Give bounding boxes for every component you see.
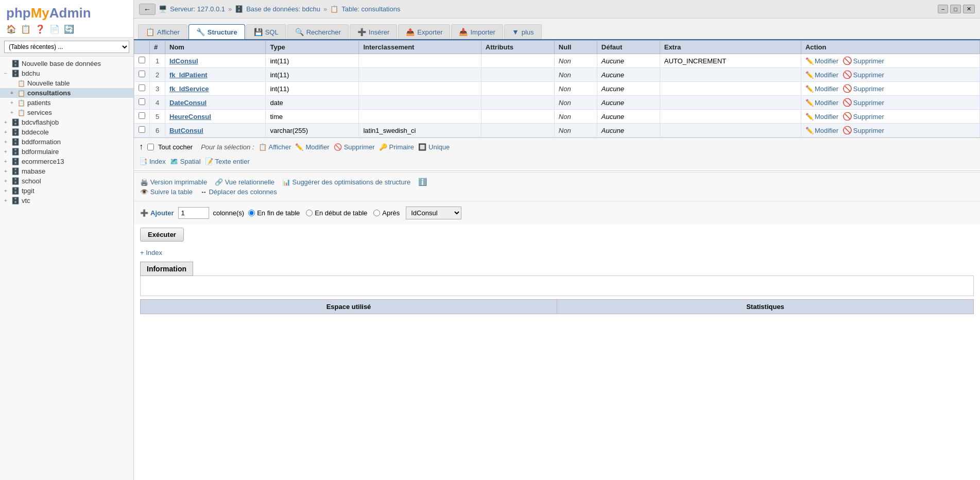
col-extra-ButConsul — [660, 124, 801, 138]
sidebar-item-patients[interactable]: +📋patients — [0, 98, 133, 108]
sidebar-item-nouvelle-table[interactable]: 📋Nouvelle table — [0, 78, 133, 88]
sidebar-item-services[interactable]: +📋services — [0, 108, 133, 117]
supprimer-link-fk_IdPatient[interactable]: 🚫 Supprimer — [843, 70, 884, 79]
doc-icon[interactable]: 📄 — [49, 24, 60, 34]
row-checkbox-fk_IdService[interactable] — [139, 84, 145, 91]
plus-index-link[interactable]: + Index — [140, 249, 162, 256]
tab-inserer[interactable]: ➕Insérer — [350, 24, 397, 39]
suivre-table-link[interactable]: Suivre la table — [150, 188, 193, 196]
col-header-interclassement: Interclassement — [359, 41, 481, 54]
supprimer-link-DateConsul[interactable]: 🚫 Supprimer — [843, 98, 884, 107]
breadcrumb-server[interactable]: Serveur: 127.0.0.1 — [170, 5, 225, 13]
sidebar-item-nouvelle-base[interactable]: 🗄️Nouvelle base de données — [0, 59, 133, 68]
sidebar-item-bdcvflashjob[interactable]: +🗄️bdcvflashjob — [0, 117, 133, 127]
tab-plus[interactable]: ▼plus — [504, 24, 542, 39]
col-name-link-fk_IdPatient[interactable]: fk_IdPatient — [169, 71, 208, 79]
sidebar-item-bdchu[interactable]: −🗄️bdchu — [0, 68, 133, 78]
after-column-select[interactable]: IdConsulfk_IdPatientfk_IdServiceDateCons… — [406, 207, 461, 219]
sidebar-item-mabase[interactable]: +🗄️mabase — [0, 166, 133, 176]
sidebar-item-bddformation[interactable]: +🗄️bddformation — [0, 137, 133, 147]
maximize-button[interactable]: □ — [950, 5, 961, 13]
copy-icon[interactable]: 📋 — [21, 24, 31, 34]
breadcrumb-table[interactable]: Table: consultations — [341, 5, 400, 13]
col-action-ButConsul: ✏️ Modifier 🚫 Supprimer — [801, 124, 979, 138]
col-interclassement-IdConsul — [359, 54, 481, 68]
col-name-link-ButConsul[interactable]: ButConsul — [169, 127, 203, 134]
edit-icon-ButConsul: ✏️ — [805, 127, 814, 134]
supprimer-link-IdConsul[interactable]: 🚫 Supprimer — [843, 56, 884, 65]
modifier-link-HeureConsul[interactable]: ✏️ Modifier — [805, 113, 838, 121]
col-header-defaut: Défaut — [597, 41, 660, 54]
supprimer-link-HeureConsul[interactable]: 🚫 Supprimer — [843, 112, 884, 121]
texte-entier-btn[interactable]: 📝 Texte entier — [205, 158, 250, 165]
col-name-link-IdConsul[interactable]: IdConsul — [169, 57, 198, 65]
apres-radio[interactable] — [373, 210, 380, 216]
spatial-btn[interactable]: 🗺️ Spatial — [170, 158, 201, 165]
en-debut-radio[interactable] — [306, 210, 313, 216]
tab-structure[interactable]: 🔧Structure — [188, 24, 245, 39]
supprimer-btn[interactable]: 🚫 Supprimer — [334, 143, 375, 151]
tab-exporter[interactable]: 📤Exporter — [398, 24, 450, 39]
close-button[interactable]: ✕ — [963, 5, 975, 13]
sidebar-item-bddecole[interactable]: +🗄️bddecole — [0, 127, 133, 137]
modifier-link-ButConsul[interactable]: ✏️ Modifier — [805, 127, 838, 134]
table-header-row: # Nom Type Interclassement Attributs Nul… — [134, 41, 980, 54]
row-checkbox-HeureConsul[interactable] — [139, 112, 145, 119]
modifier-link-DateConsul[interactable]: ✏️ Modifier — [805, 99, 838, 107]
apres-option[interactable]: Après — [373, 209, 400, 217]
minimize-button[interactable]: − — [938, 5, 948, 13]
vue-relationnelle-link[interactable]: Vue relationnelle — [225, 178, 274, 186]
col-name-link-fk_IdService[interactable]: fk_IdService — [169, 85, 209, 93]
refresh-icon[interactable]: 🔄 — [64, 24, 74, 34]
home-icon[interactable]: 🏠 — [6, 24, 16, 34]
sidebar-item-bdformulaire[interactable]: +🗄️bdformulaire — [0, 147, 133, 157]
check-all-checkbox[interactable] — [147, 144, 154, 150]
tab-afficher[interactable]: 📋Afficher — [138, 24, 187, 39]
row-checkbox-DateConsul[interactable] — [139, 98, 145, 105]
tab-icon-inserer: ➕ — [357, 28, 366, 36]
executer-button[interactable]: Exécuter — [140, 228, 184, 242]
afficher-btn[interactable]: 📋 Afficher — [259, 143, 291, 151]
modifier-btn[interactable]: ✏️ Modifier — [295, 143, 329, 151]
add-columns-input[interactable] — [178, 207, 209, 219]
col-null-ButConsul: Non — [554, 124, 597, 138]
row-checkbox-ButConsul[interactable] — [139, 126, 145, 133]
sidebar-item-ecommerce13[interactable]: +🗄️ecommerce13 — [0, 157, 133, 166]
suggerer-link[interactable]: Suggérer des optimisations de structure — [292, 178, 410, 186]
db-icon-vtc: 🗄️ — [11, 197, 20, 204]
en-fin-radio[interactable] — [248, 210, 255, 216]
sidebar-item-vtc[interactable]: +🗄️vtc — [0, 196, 133, 205]
col-name-link-HeureConsul[interactable]: HeureConsul — [169, 113, 211, 121]
row-checkbox-fk_IdPatient[interactable] — [139, 71, 145, 77]
modifier-link-fk_IdPatient[interactable]: ✏️ Modifier — [805, 71, 838, 79]
index-btn[interactable]: 📑 Index — [139, 158, 166, 165]
row-checkbox-IdConsul[interactable] — [139, 57, 145, 63]
unique-btn[interactable]: 🔲 Unique — [418, 143, 450, 151]
primaire-btn[interactable]: 🔑 Primaire — [379, 143, 414, 151]
en-debut-option[interactable]: En début de table — [306, 209, 367, 217]
breadcrumb-db[interactable]: Base de données: bdchu — [246, 5, 320, 13]
version-imprimable-link[interactable]: Version imprimable — [150, 178, 208, 186]
tab-rechercher[interactable]: 🔍Rechercher — [287, 24, 349, 39]
tab-sql[interactable]: 💾SQL — [246, 24, 286, 39]
col-type-ButConsul: varchar(255) — [266, 124, 359, 138]
sidebar-item-tpgit[interactable]: +🗄️tpgit — [0, 186, 133, 196]
sidebar-item-school[interactable]: +🗄️school — [0, 176, 133, 186]
supprimer-link-ButConsul[interactable]: 🚫 Supprimer — [843, 126, 884, 135]
sidebar-label-school: school — [22, 177, 41, 185]
modifier-link-fk_IdService[interactable]: ✏️ Modifier — [805, 85, 838, 93]
col-interclassement-DateConsul — [359, 96, 481, 110]
col-name-link-DateConsul[interactable]: DateConsul — [169, 99, 207, 107]
en-fin-option[interactable]: En fin de table — [248, 209, 300, 217]
edit-icon-fk_IdPatient: ✏️ — [805, 71, 814, 79]
back-button[interactable]: ← — [139, 4, 156, 15]
recent-tables-select[interactable]: (Tables récentes) ... — [4, 41, 129, 53]
supprimer-link-fk_IdService[interactable]: 🚫 Supprimer — [843, 84, 884, 93]
help-icon[interactable]: ❓ — [35, 24, 45, 34]
deplacer-colonnes-link[interactable]: Déplacer des colonnes — [209, 188, 277, 196]
sidebar-item-consultations[interactable]: +📋consultations — [0, 88, 133, 98]
tab-importer[interactable]: 📥Importer — [451, 24, 503, 39]
col-interclassement-ButConsul: latin1_swedish_ci — [359, 124, 481, 138]
tab-icon-exporter: 📤 — [406, 28, 415, 36]
modifier-link-IdConsul[interactable]: ✏️ Modifier — [805, 57, 838, 65]
